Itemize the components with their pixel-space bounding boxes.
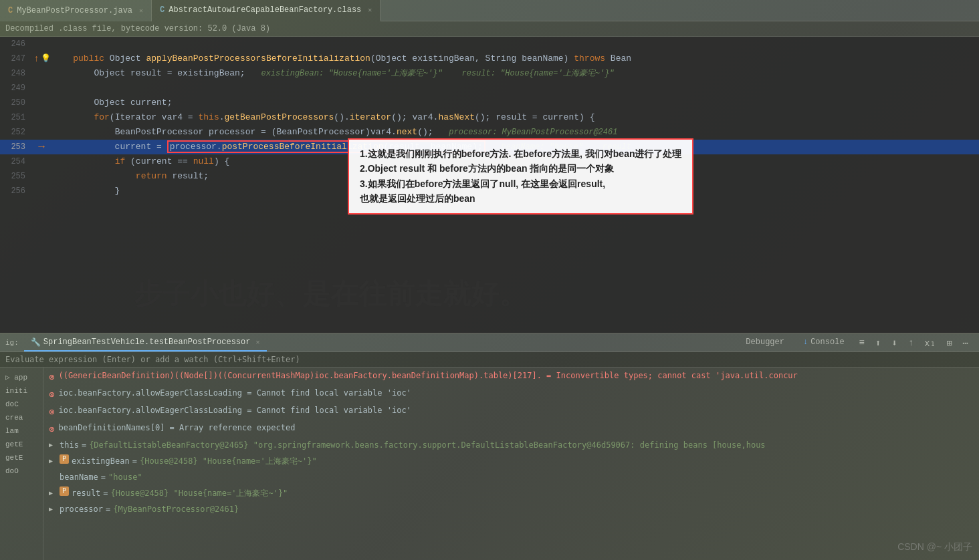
editor-tab-bar: C MyBeanPostProcessor.java ✕ C AbstractA… — [0, 0, 979, 21]
line-num-248: 248 — [0, 66, 33, 81]
line-content-251: for(Iterator var4 = this.getBeanPostProc… — [49, 110, 979, 125]
var-val-this: {DefaultListableBeanFactory@2465} "org.s… — [89, 438, 765, 452]
var-row-error1[interactable]: ⊗ ((GenericBeanDefinition)((Node[])((Con… — [43, 368, 979, 385]
settings-icon[interactable]: ⋯ — [960, 336, 971, 350]
list-icon[interactable]: ≡ — [857, 336, 867, 349]
debugger-tab[interactable]: Debugger — [739, 334, 791, 352]
class-icon: C — [160, 5, 165, 15]
tab-close-2[interactable]: ✕ — [368, 6, 372, 14]
debugger-label: Debugger — [746, 337, 784, 347]
line-content-250: Object current; — [49, 96, 979, 110]
code-line-248: 248 Object result = existingBean; existi… — [0, 66, 979, 81]
error-icon-3: ⊗ — [49, 405, 54, 418]
table-icon[interactable]: ⊞ — [944, 336, 954, 350]
line-content-249 — [49, 81, 979, 96]
test-tab-label: SpringBeanTestVehicle.testBeanPostProces… — [43, 337, 251, 347]
var-eq-existingbean: = — [132, 454, 137, 468]
main-container: C MyBeanPostProcessor.java ✕ C AbstractA… — [0, 0, 979, 560]
code-editor[interactable]: 246 247 ↑ 💡 public Object applyBeanPostP… — [0, 37, 979, 333]
sidebar-item-crea[interactable]: crea — [0, 411, 43, 424]
var-val-processor: {MyBeanPostProcessor@2461} — [113, 503, 239, 516]
up-icon[interactable]: ⬆ — [873, 336, 883, 350]
var-eq-processor: = — [106, 503, 110, 516]
expand-processor[interactable]: ▶ — [49, 503, 57, 516]
var-row-error2[interactable]: ⊗ ioc.beanFactory.allowEagerClassLoading… — [43, 385, 979, 402]
info-bar-text: Decompiled .class file, bytecode version… — [5, 24, 270, 33]
var-eq-beanname: = — [101, 470, 106, 484]
arrow-247: ↑ — [33, 51, 39, 66]
p-icon-existingbean: P — [60, 454, 69, 464]
code-line-252: 252 BeanPostProcessor processor = (BeanP… — [0, 125, 979, 140]
var-error-1-content: ((GenericBeanDefinition)((Node[])((Concu… — [58, 369, 797, 382]
console-label: Console — [810, 337, 844, 347]
expand-result[interactable]: ▶ — [49, 486, 57, 500]
sidebar-item-initi[interactable]: initi — [0, 384, 43, 398]
var-eq-this: = — [82, 438, 86, 452]
sidebar-item-doc[interactable]: doC — [0, 398, 43, 411]
error-icon-2: ⊗ — [49, 388, 54, 401]
down-icon[interactable]: ⬇ — [889, 336, 899, 350]
variables-list: ⊗ ((GenericBeanDefinition)((Node[])((Con… — [43, 368, 979, 560]
var-error-4-content: beanDefinitionNames[0] = Array reference… — [58, 421, 295, 434]
left-sidebar: ▷ app initi doC crea lam getE getE doO — [0, 368, 43, 560]
line-num-254: 254 — [0, 154, 33, 169]
annotation-line3: 3.如果我们在before方法里返回了null, 在这里会返回result, — [360, 176, 681, 191]
var-name-this: this — [60, 438, 79, 452]
var-row-beanname[interactable]: beanName = "house" — [43, 469, 979, 485]
toolbar-icons: Debugger ↓ Console ≡ ⬆ ⬇ ↑ x₁ ⊞ ⋯ — [739, 334, 976, 352]
tab-label-2: AbstractAutowireCapableBeanFactory.class — [169, 5, 361, 15]
bottom-panel: ig: 🔧 SpringBeanTestVehicle.testBeanPost… — [0, 333, 979, 560]
annotation-line2: 2.Object result 和 before方法内的bean 指向的是同一个… — [360, 161, 681, 176]
var-name-beanname: beanName — [60, 470, 98, 484]
sidebar-item-doo[interactable]: doO — [0, 464, 43, 478]
line-num-255: 255 — [0, 169, 33, 184]
expand-existingbean[interactable]: ▶ — [49, 454, 57, 468]
annotation-popup: 1.这就是我们刚刚执行的before方法. 在before方法里, 我们对bea… — [348, 138, 693, 215]
var-val-existingbean: {House@2458} "House{name='上海豪宅~'}" — [140, 454, 317, 468]
line-content-246 — [49, 37, 979, 51]
var-row-error3[interactable]: ⊗ ioc.beanFactory.allowEagerClassLoading… — [43, 402, 979, 420]
var-row-error4[interactable]: ⊗ beanDefinitionNames[0] = Array referen… — [43, 420, 979, 437]
line-content-252: BeanPostProcessor processor = (BeanPostP… — [49, 125, 979, 140]
tab-mybeanpostprocessor[interactable]: C MyBeanPostProcessor.java ✕ — [0, 0, 152, 21]
tab-close-1[interactable]: ✕ — [139, 7, 143, 15]
var-row-result[interactable]: ▶ P result = {House@2458} "House{name='上… — [43, 485, 979, 501]
line-num-252: 252 — [0, 125, 33, 140]
var-name-result: result — [72, 486, 100, 500]
gutter-247: ↑ 💡 — [33, 51, 49, 66]
line-num-253: 253 — [0, 140, 33, 154]
var-error-3-content: ioc.beanFactory.allowEagerClassLoading =… — [58, 404, 411, 417]
var-row-this[interactable]: ▶ this = {DefaultListableBeanFactory@246… — [43, 437, 979, 453]
line-num-247: 247 — [0, 51, 33, 66]
code-line-250: 250 Object current; — [0, 96, 979, 110]
code-line-247: 247 ↑ 💡 public Object applyBeanPostProce… — [0, 51, 979, 66]
var-val-result: {House@2458} "House{name='上海豪宅~'}" — [111, 486, 288, 500]
sidebar-item-gete2[interactable]: getE — [0, 451, 43, 464]
bottom-tab-test[interactable]: 🔧 SpringBeanTestVehicle.testBeanPostProc… — [24, 334, 267, 352]
gutter-253: → — [33, 140, 49, 154]
line-content-247: public Object applyBeanPostProcessorsBef… — [49, 51, 979, 66]
var-name-processor: processor — [60, 503, 103, 516]
var-row-processor[interactable]: ▶ processor = {MyBeanPostProcessor@2461} — [43, 501, 979, 517]
console-tab[interactable]: ↓ Console — [796, 334, 851, 352]
background-text: 步子小也好、是在往前走就好。 — [134, 275, 527, 313]
test-tab-icon: 🔧 — [31, 337, 41, 347]
up-small-icon[interactable]: ↑ — [905, 336, 916, 349]
subscript-icon[interactable]: x₁ — [921, 336, 938, 350]
line-num-250: 250 — [0, 96, 33, 110]
evaluate-bar[interactable]: Evaluate expression (Enter) or add a wat… — [0, 352, 979, 368]
tab-abstractautowire[interactable]: C AbstractAutowireCapableBeanFactory.cla… — [152, 0, 380, 21]
expand-this[interactable]: ▶ — [49, 438, 57, 452]
line-num-251: 251 — [0, 110, 33, 125]
console-icon: ↓ — [803, 337, 808, 347]
var-row-existingbean[interactable]: ▶ P existingBean = {House@2458} "House{n… — [43, 453, 979, 469]
info-bar: Decompiled .class file, bytecode version… — [0, 21, 979, 37]
p-icon-result: P — [60, 486, 69, 496]
tab-label-1: MyBeanPostProcessor.java — [17, 6, 132, 15]
test-tab-close[interactable]: ✕ — [255, 338, 259, 346]
sidebar-item-gete1[interactable]: getE — [0, 438, 43, 451]
evaluate-text: Evaluate expression (Enter) or add a wat… — [5, 355, 300, 364]
bottom-tab-prefix: ig: — [3, 339, 21, 347]
sidebar-item-lam[interactable]: lam — [0, 424, 43, 438]
sidebar-item-app[interactable]: ▷ app — [0, 370, 43, 384]
